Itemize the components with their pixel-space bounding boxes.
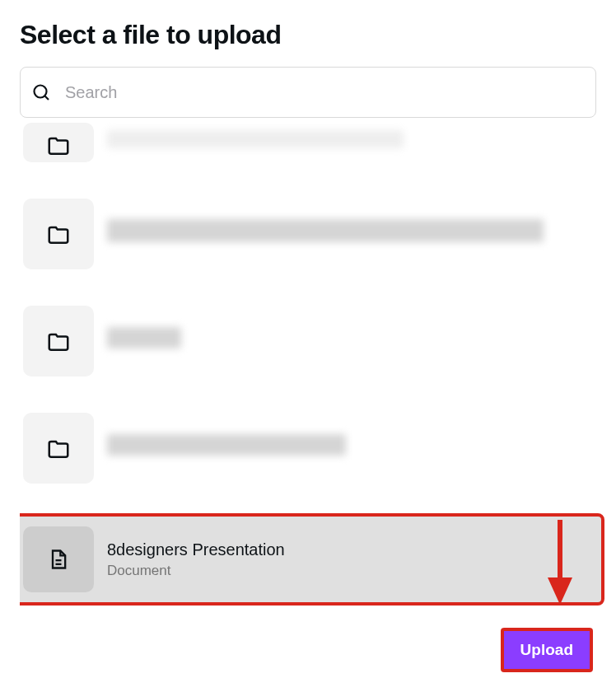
modal-footer: Upload	[20, 618, 596, 672]
list-item[interactable]	[20, 121, 601, 169]
folder-icon	[23, 123, 94, 162]
item-subtitle: Document	[107, 563, 598, 579]
list-item[interactable]	[20, 406, 601, 490]
document-icon	[23, 526, 94, 592]
file-list[interactable]: 8designers Presentation Document Documen…	[20, 121, 611, 618]
search-container	[20, 67, 596, 118]
folder-icon	[23, 306, 94, 376]
list-item-selected[interactable]: 8designers Presentation Document	[20, 513, 604, 606]
list-item[interactable]	[20, 299, 601, 383]
search-input[interactable]	[20, 67, 596, 118]
upload-button[interactable]: Upload	[501, 628, 593, 672]
item-title: 8designers Presentation	[107, 540, 598, 559]
modal-title: Select a file to upload	[20, 20, 596, 50]
folder-icon	[23, 413, 94, 484]
folder-icon	[23, 199, 94, 269]
upload-modal: Select a file to upload	[0, 0, 616, 692]
list-item[interactable]	[20, 192, 601, 276]
